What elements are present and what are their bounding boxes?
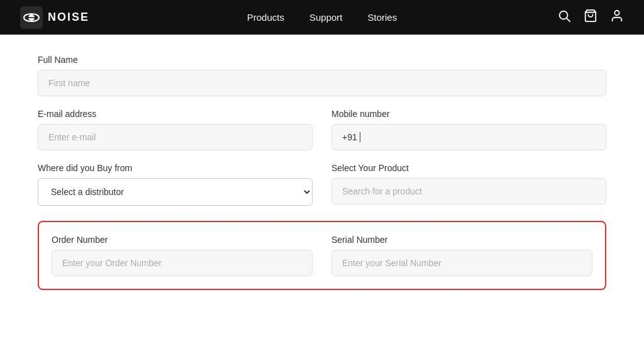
email-group: E-mail address	[38, 109, 313, 150]
buyfrom-product-row: Where did you Buy from Select a distribu…	[38, 163, 606, 218]
product-label: Select Your Product	[331, 163, 606, 173]
order-number-group: Order Number	[52, 235, 313, 276]
svg-line-3	[567, 18, 570, 21]
buyfrom-label: Where did you Buy from	[38, 163, 313, 173]
mobile-cursor	[360, 132, 360, 142]
email-label: E-mail address	[38, 109, 313, 119]
mobile-prefix: +91	[342, 132, 357, 142]
nav-link-support[interactable]: Support	[309, 12, 343, 23]
order-number-label: Order Number	[52, 235, 313, 245]
distributor-select[interactable]: Select a distributor	[38, 178, 313, 206]
order-serial-section: Order Number Serial Number	[38, 221, 606, 290]
svg-point-5	[614, 11, 619, 15]
user-icon[interactable]	[610, 9, 624, 26]
product-group: Select Your Product	[331, 163, 606, 206]
search-icon[interactable]	[557, 9, 571, 26]
serial-number-group: Serial Number	[331, 235, 592, 276]
mobile-group: Mobile number +91	[331, 109, 606, 150]
serial-number-input[interactable]	[331, 250, 592, 276]
logo[interactable]: NOISE	[20, 6, 89, 29]
first-name-input[interactable]	[38, 70, 606, 96]
nav-icons	[557, 9, 624, 26]
email-mobile-row: E-mail address Mobile number +91	[38, 109, 606, 163]
order-number-input[interactable]	[52, 250, 313, 276]
nav-links: Products Support Stories	[247, 12, 397, 23]
logo-text: NOISE	[48, 11, 89, 24]
full-name-group: Full Name	[38, 55, 606, 96]
email-input[interactable]	[38, 124, 313, 150]
mobile-label: Mobile number	[331, 109, 606, 119]
buyfrom-group: Where did you Buy from Select a distribu…	[38, 163, 313, 206]
full-name-label: Full Name	[38, 55, 606, 65]
navbar: NOISE Products Support Stories	[0, 0, 644, 35]
nav-link-stories[interactable]: Stories	[368, 12, 397, 23]
nav-link-products[interactable]: Products	[247, 12, 284, 23]
cart-icon[interactable]	[584, 9, 597, 26]
product-search-input[interactable]	[331, 178, 606, 204]
order-serial-row: Order Number Serial Number	[52, 235, 592, 276]
mobile-input-wrapper[interactable]: +91	[331, 124, 606, 150]
form-container: Full Name E-mail address Mobile number +…	[0, 35, 644, 310]
serial-number-label: Serial Number	[331, 235, 592, 245]
